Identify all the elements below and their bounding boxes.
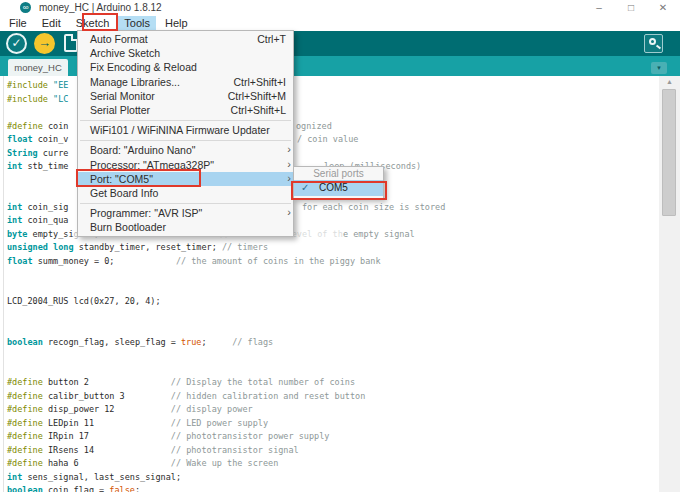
menu-edit[interactable]: Edit xyxy=(36,16,67,30)
menu-item-board[interactable]: Board: "Arduino Nano"› xyxy=(78,143,293,157)
menu-item-label: Serial Plotter xyxy=(90,104,150,116)
verify-button[interactable]: ✓ xyxy=(6,33,27,54)
chevron-down-icon: ▼ xyxy=(656,65,662,71)
menu-item-shortcut: Ctrl+T xyxy=(257,32,286,46)
title-bar: ∞ money_HC | Arduino 1.8.12 – □ ✕ xyxy=(0,0,680,15)
menu-separator xyxy=(80,203,291,204)
submenu-arrow-icon: › xyxy=(287,142,291,156)
minimize-button[interactable]: – xyxy=(588,1,610,14)
menu-tools[interactable]: Tools xyxy=(118,16,156,30)
scrollbar-thumb[interactable] xyxy=(662,89,676,216)
code-line: #define button 2 // Display the total nu… xyxy=(0,376,659,390)
window-title: money_HC | Arduino 1.8.12 xyxy=(39,2,162,13)
menu-item-shortcut: Ctrl+Shift+I xyxy=(233,75,286,89)
menu-separator xyxy=(80,120,291,121)
menu-separator xyxy=(80,140,291,141)
menu-item-label: Archive Sketch xyxy=(90,47,160,59)
submenu-arrow-icon: › xyxy=(287,205,291,219)
menu-item-processor[interactable]: Processor: "ATmega328P"› xyxy=(78,158,293,172)
menu-item-wifi-firmware-updater[interactable]: WiFi101 / WiFiNINA Firmware Updater xyxy=(78,123,293,137)
tools-menu: Auto FormatCtrl+TArchive SketchFix Encod… xyxy=(77,30,294,237)
menu-item-burn-bootloader[interactable]: Burn Bootloader xyxy=(78,220,293,234)
menu-item-label: Fix Encoding & Reload xyxy=(90,61,197,73)
menu-item-label: Manage Libraries... xyxy=(90,76,180,88)
magnifier-handle-icon xyxy=(656,45,661,50)
code-line: boolean coin_flag = false; xyxy=(0,484,659,492)
code-line: int sens_signal, last_sens_signal; xyxy=(0,471,659,485)
menu-item-port[interactable]: Port: "COM5"› xyxy=(78,172,293,186)
submenu-arrow-icon: › xyxy=(287,171,291,185)
menu-help[interactable]: Help xyxy=(159,16,194,30)
menu-sketch[interactable]: Sketch xyxy=(70,16,116,30)
scroll-up-icon[interactable]: ▲ xyxy=(659,78,680,85)
menu-item-serial-monitor[interactable]: Serial MonitorCtrl+Shift+M xyxy=(78,89,293,103)
menu-item-label: Burn Bootloader xyxy=(90,221,166,233)
code-line xyxy=(0,363,659,377)
menu-item-label: Serial Monitor xyxy=(90,90,155,102)
new-sketch-button[interactable] xyxy=(64,34,78,52)
menu-item-manage-libraries[interactable]: Manage Libraries...Ctrl+Shift+I xyxy=(78,75,293,89)
code-line xyxy=(0,349,659,363)
arduino-app-icon: ∞ xyxy=(20,2,31,13)
code-line: #define LEDpin 11 // LED power supply xyxy=(0,417,659,431)
port-submenu: Serial ports ✓ COM5 xyxy=(293,166,384,199)
tab-list-dropdown-button[interactable]: ▼ xyxy=(651,62,667,74)
right-arrow-icon: → xyxy=(38,35,51,50)
menu-item-serial-plotter[interactable]: Serial PlotterCtrl+Shift+L xyxy=(78,103,293,117)
magnifier-icon xyxy=(649,38,656,45)
code-line: #define IRpin 17 // phototransistor powe… xyxy=(0,430,659,444)
serial-monitor-button[interactable] xyxy=(644,34,663,53)
maximize-button[interactable]: □ xyxy=(620,1,642,14)
menu-item-archive-sketch[interactable]: Archive Sketch xyxy=(78,46,293,60)
menu-item-label: Get Board Info xyxy=(90,187,158,199)
check-icon: ✓ xyxy=(11,36,21,50)
menu-bar: FileEditSketchToolsHelp xyxy=(0,15,680,31)
menu-item-programmer[interactable]: Programmer: "AVR ISP"› xyxy=(78,206,293,220)
code-line: float summ_money = 0; // the amount of c… xyxy=(0,255,659,269)
menu-item-label: WiFi101 / WiFiNINA Firmware Updater xyxy=(90,124,270,136)
menu-item-label: Auto Format xyxy=(90,33,148,45)
code-line: boolean recogn_flag, sleep_flag = true; … xyxy=(0,336,659,350)
checkmark-icon: ✓ xyxy=(301,180,309,196)
code-line: #define IRsens 14 // phototransistor sig… xyxy=(0,444,659,458)
menu-item-auto-format[interactable]: Auto FormatCtrl+T xyxy=(78,32,293,46)
code-line xyxy=(0,309,659,323)
code-line: #define disp_power 12 // display power xyxy=(0,403,659,417)
submenu-item-label: COM5 xyxy=(319,182,348,193)
code-line: unsigned long standby_timer, reset_timer… xyxy=(0,241,659,255)
code-line: #define haha 6 // Wake up the screen xyxy=(0,457,659,471)
vertical-scrollbar[interactable]: ▲ xyxy=(659,76,680,492)
menu-item-label: Programmer: "AVR ISP" xyxy=(90,207,202,219)
menu-item-fix-encoding[interactable]: Fix Encoding & Reload xyxy=(78,60,293,74)
tab-money-hc[interactable]: money_HC xyxy=(8,59,68,76)
code-line xyxy=(0,322,659,336)
menu-item-label: Port: "COM5" xyxy=(90,173,153,185)
submenu-item-com5[interactable]: ✓ COM5 xyxy=(294,180,383,196)
code-line: LCD_2004_RUS lcd(0x27, 20, 4); xyxy=(0,295,659,309)
menu-item-label: Board: "Arduino Nano" xyxy=(90,144,196,156)
code-line xyxy=(0,268,659,282)
submenu-arrow-icon: › xyxy=(287,157,291,171)
menu-item-label: Processor: "ATmega328P" xyxy=(90,159,214,171)
code-line xyxy=(0,282,659,296)
submenu-header-serial-ports: Serial ports xyxy=(294,167,383,180)
menu-item-shortcut: Ctrl+Shift+L xyxy=(231,103,286,117)
editor-left-border xyxy=(3,76,4,492)
menu-file[interactable]: File xyxy=(3,16,33,30)
code-line: #define calibr_button 3 // hidden calibr… xyxy=(0,390,659,404)
upload-button[interactable]: → xyxy=(34,33,55,54)
menu-item-get-board-info[interactable]: Get Board Info xyxy=(78,186,293,200)
close-button[interactable]: ✕ xyxy=(652,1,674,14)
menu-item-shortcut: Ctrl+Shift+M xyxy=(228,89,286,103)
